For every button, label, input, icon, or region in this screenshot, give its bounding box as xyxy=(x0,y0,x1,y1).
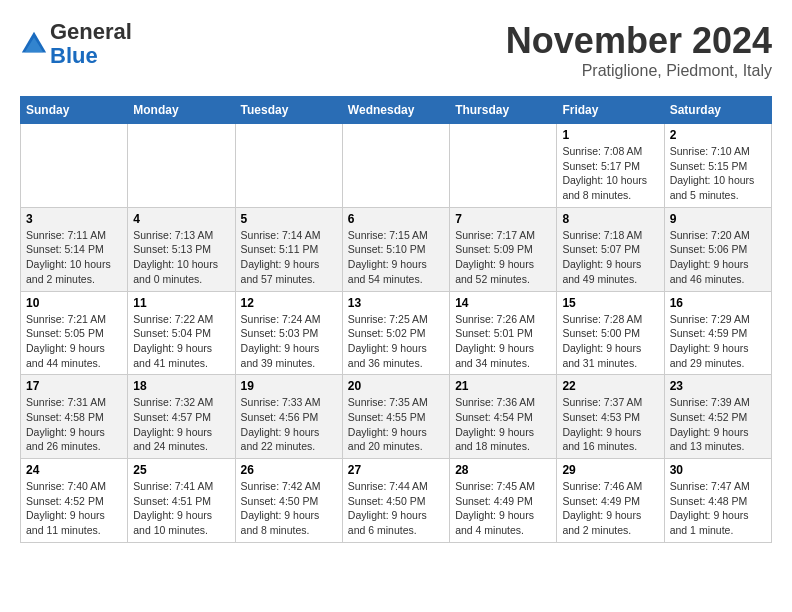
day-number: 7 xyxy=(455,212,551,226)
day-info: Sunrise: 7:36 AM Sunset: 4:54 PM Dayligh… xyxy=(455,396,535,452)
day-number: 19 xyxy=(241,379,337,393)
day-info: Sunrise: 7:35 AM Sunset: 4:55 PM Dayligh… xyxy=(348,396,428,452)
calendar-cell: 13Sunrise: 7:25 AM Sunset: 5:02 PM Dayli… xyxy=(342,291,449,375)
day-info: Sunrise: 7:39 AM Sunset: 4:52 PM Dayligh… xyxy=(670,396,750,452)
day-info: Sunrise: 7:10 AM Sunset: 5:15 PM Dayligh… xyxy=(670,145,755,201)
header-wednesday: Wednesday xyxy=(342,97,449,124)
calendar-cell: 6Sunrise: 7:15 AM Sunset: 5:10 PM Daylig… xyxy=(342,207,449,291)
header-saturday: Saturday xyxy=(664,97,771,124)
day-number: 18 xyxy=(133,379,229,393)
day-info: Sunrise: 7:45 AM Sunset: 4:49 PM Dayligh… xyxy=(455,480,535,536)
day-info: Sunrise: 7:25 AM Sunset: 5:02 PM Dayligh… xyxy=(348,313,428,369)
title-section: November 2024 Pratiglione, Piedmont, Ita… xyxy=(506,20,772,80)
header-friday: Friday xyxy=(557,97,664,124)
day-info: Sunrise: 7:37 AM Sunset: 4:53 PM Dayligh… xyxy=(562,396,642,452)
day-info: Sunrise: 7:40 AM Sunset: 4:52 PM Dayligh… xyxy=(26,480,106,536)
day-number: 15 xyxy=(562,296,658,310)
day-info: Sunrise: 7:24 AM Sunset: 5:03 PM Dayligh… xyxy=(241,313,321,369)
day-number: 5 xyxy=(241,212,337,226)
day-number: 2 xyxy=(670,128,766,142)
day-number: 12 xyxy=(241,296,337,310)
calendar-week-row: 1Sunrise: 7:08 AM Sunset: 5:17 PM Daylig… xyxy=(21,124,772,208)
day-info: Sunrise: 7:26 AM Sunset: 5:01 PM Dayligh… xyxy=(455,313,535,369)
calendar-cell: 15Sunrise: 7:28 AM Sunset: 5:00 PM Dayli… xyxy=(557,291,664,375)
day-info: Sunrise: 7:22 AM Sunset: 5:04 PM Dayligh… xyxy=(133,313,213,369)
calendar-table: Sunday Monday Tuesday Wednesday Thursday… xyxy=(20,96,772,543)
day-number: 8 xyxy=(562,212,658,226)
day-number: 4 xyxy=(133,212,229,226)
day-number: 16 xyxy=(670,296,766,310)
day-number: 13 xyxy=(348,296,444,310)
calendar-cell: 29Sunrise: 7:46 AM Sunset: 4:49 PM Dayli… xyxy=(557,459,664,543)
header-sunday: Sunday xyxy=(21,97,128,124)
day-number: 24 xyxy=(26,463,122,477)
calendar-cell: 26Sunrise: 7:42 AM Sunset: 4:50 PM Dayli… xyxy=(235,459,342,543)
calendar-cell: 3Sunrise: 7:11 AM Sunset: 5:14 PM Daylig… xyxy=(21,207,128,291)
calendar-week-row: 17Sunrise: 7:31 AM Sunset: 4:58 PM Dayli… xyxy=(21,375,772,459)
calendar-cell: 18Sunrise: 7:32 AM Sunset: 4:57 PM Dayli… xyxy=(128,375,235,459)
calendar-cell: 20Sunrise: 7:35 AM Sunset: 4:55 PM Dayli… xyxy=(342,375,449,459)
day-number: 22 xyxy=(562,379,658,393)
calendar-cell: 19Sunrise: 7:33 AM Sunset: 4:56 PM Dayli… xyxy=(235,375,342,459)
day-info: Sunrise: 7:17 AM Sunset: 5:09 PM Dayligh… xyxy=(455,229,535,285)
calendar-cell: 5Sunrise: 7:14 AM Sunset: 5:11 PM Daylig… xyxy=(235,207,342,291)
day-number: 9 xyxy=(670,212,766,226)
day-number: 27 xyxy=(348,463,444,477)
day-info: Sunrise: 7:15 AM Sunset: 5:10 PM Dayligh… xyxy=(348,229,428,285)
day-number: 3 xyxy=(26,212,122,226)
logo-general: General xyxy=(50,19,132,44)
month-title: November 2024 xyxy=(506,20,772,62)
day-number: 30 xyxy=(670,463,766,477)
calendar-cell: 2Sunrise: 7:10 AM Sunset: 5:15 PM Daylig… xyxy=(664,124,771,208)
calendar-cell xyxy=(235,124,342,208)
day-number: 11 xyxy=(133,296,229,310)
page: General Blue November 2024 Pratiglione, … xyxy=(0,0,792,553)
header: General Blue November 2024 Pratiglione, … xyxy=(20,20,772,80)
calendar-week-row: 3Sunrise: 7:11 AM Sunset: 5:14 PM Daylig… xyxy=(21,207,772,291)
header-thursday: Thursday xyxy=(450,97,557,124)
day-info: Sunrise: 7:13 AM Sunset: 5:13 PM Dayligh… xyxy=(133,229,218,285)
logo-blue: Blue xyxy=(50,43,98,68)
logo-icon xyxy=(20,30,48,58)
day-info: Sunrise: 7:46 AM Sunset: 4:49 PM Dayligh… xyxy=(562,480,642,536)
day-number: 17 xyxy=(26,379,122,393)
calendar-cell: 28Sunrise: 7:45 AM Sunset: 4:49 PM Dayli… xyxy=(450,459,557,543)
day-info: Sunrise: 7:47 AM Sunset: 4:48 PM Dayligh… xyxy=(670,480,750,536)
day-info: Sunrise: 7:21 AM Sunset: 5:05 PM Dayligh… xyxy=(26,313,106,369)
calendar-cell: 24Sunrise: 7:40 AM Sunset: 4:52 PM Dayli… xyxy=(21,459,128,543)
calendar-cell: 30Sunrise: 7:47 AM Sunset: 4:48 PM Dayli… xyxy=(664,459,771,543)
calendar-cell: 4Sunrise: 7:13 AM Sunset: 5:13 PM Daylig… xyxy=(128,207,235,291)
header-monday: Monday xyxy=(128,97,235,124)
calendar-cell: 16Sunrise: 7:29 AM Sunset: 4:59 PM Dayli… xyxy=(664,291,771,375)
day-info: Sunrise: 7:31 AM Sunset: 4:58 PM Dayligh… xyxy=(26,396,106,452)
day-number: 23 xyxy=(670,379,766,393)
calendar-cell: 11Sunrise: 7:22 AM Sunset: 5:04 PM Dayli… xyxy=(128,291,235,375)
day-info: Sunrise: 7:08 AM Sunset: 5:17 PM Dayligh… xyxy=(562,145,647,201)
calendar-cell xyxy=(128,124,235,208)
calendar-cell: 25Sunrise: 7:41 AM Sunset: 4:51 PM Dayli… xyxy=(128,459,235,543)
calendar-week-row: 10Sunrise: 7:21 AM Sunset: 5:05 PM Dayli… xyxy=(21,291,772,375)
calendar-week-row: 24Sunrise: 7:40 AM Sunset: 4:52 PM Dayli… xyxy=(21,459,772,543)
calendar-cell: 10Sunrise: 7:21 AM Sunset: 5:05 PM Dayli… xyxy=(21,291,128,375)
header-tuesday: Tuesday xyxy=(235,97,342,124)
day-number: 20 xyxy=(348,379,444,393)
day-info: Sunrise: 7:28 AM Sunset: 5:00 PM Dayligh… xyxy=(562,313,642,369)
day-number: 10 xyxy=(26,296,122,310)
calendar-cell: 7Sunrise: 7:17 AM Sunset: 5:09 PM Daylig… xyxy=(450,207,557,291)
day-number: 21 xyxy=(455,379,551,393)
day-info: Sunrise: 7:11 AM Sunset: 5:14 PM Dayligh… xyxy=(26,229,111,285)
calendar-cell: 27Sunrise: 7:44 AM Sunset: 4:50 PM Dayli… xyxy=(342,459,449,543)
calendar-cell: 23Sunrise: 7:39 AM Sunset: 4:52 PM Dayli… xyxy=(664,375,771,459)
day-info: Sunrise: 7:14 AM Sunset: 5:11 PM Dayligh… xyxy=(241,229,321,285)
day-number: 25 xyxy=(133,463,229,477)
day-number: 14 xyxy=(455,296,551,310)
calendar-cell: 8Sunrise: 7:18 AM Sunset: 5:07 PM Daylig… xyxy=(557,207,664,291)
day-number: 6 xyxy=(348,212,444,226)
calendar-cell: 1Sunrise: 7:08 AM Sunset: 5:17 PM Daylig… xyxy=(557,124,664,208)
calendar-cell xyxy=(21,124,128,208)
calendar-cell: 14Sunrise: 7:26 AM Sunset: 5:01 PM Dayli… xyxy=(450,291,557,375)
day-info: Sunrise: 7:42 AM Sunset: 4:50 PM Dayligh… xyxy=(241,480,321,536)
day-number: 26 xyxy=(241,463,337,477)
logo: General Blue xyxy=(20,20,132,68)
day-info: Sunrise: 7:32 AM Sunset: 4:57 PM Dayligh… xyxy=(133,396,213,452)
